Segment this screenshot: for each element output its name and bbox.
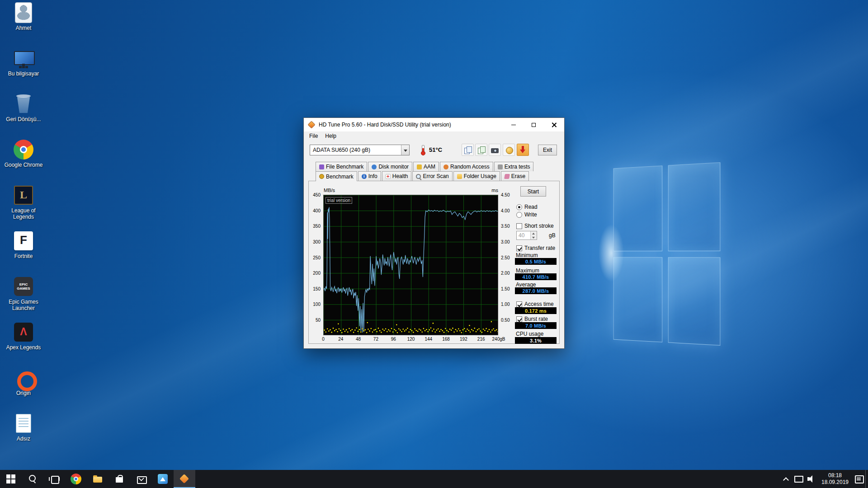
- maximum-value: 410.7 MB/s: [515, 273, 557, 280]
- transfer-rate-checkbox[interactable]: [516, 245, 522, 251]
- spin-up-icon[interactable]: [531, 231, 537, 235]
- taskbar-file-explorer-icon[interactable]: [87, 470, 108, 488]
- short-stroke-checkbox[interactable]: [516, 223, 522, 229]
- screenshot-button[interactable]: [489, 144, 501, 156]
- desktop-icon-fortnite[interactable]: Fortnite: [2, 230, 45, 276]
- benchmark-icon: [319, 174, 324, 179]
- close-button[interactable]: [544, 118, 564, 131]
- menu-help[interactable]: Help: [321, 131, 340, 141]
- tab-benchmark[interactable]: Benchmark: [316, 171, 357, 181]
- info-icon: [362, 174, 367, 179]
- tab-extra-tests[interactable]: Extra tests: [494, 162, 534, 171]
- exit-button[interactable]: Exit: [538, 145, 557, 155]
- copy-to-clipboard-button[interactable]: [462, 144, 474, 156]
- tab-row-upper: File Benchmark Disk monitor AAM Random A…: [316, 162, 533, 171]
- x-axis-ticks: 024487296120144168192216240gB: [323, 337, 499, 342]
- minimize-button[interactable]: [503, 118, 524, 131]
- access-time-checkbox[interactable]: [516, 301, 522, 307]
- file-benchmark-icon: [319, 164, 324, 169]
- trial-version-watermark: trial version: [326, 197, 352, 204]
- burst-rate-checkbox[interactable]: [516, 316, 522, 322]
- action-center-icon[interactable]: [853, 470, 865, 488]
- user-icon: [15, 2, 32, 23]
- update-button[interactable]: [517, 144, 529, 156]
- taskbar-photos-icon[interactable]: [152, 470, 174, 488]
- desktop-icon-recycle-bin[interactable]: Geri Dönüşü...: [2, 93, 45, 139]
- hdtune-window: HD Tune Pro 5.60 - Hard Disk/SSD Utility…: [303, 117, 565, 349]
- window-title: HD Tune Pro 5.60 - Hard Disk/SSD Utility…: [319, 118, 451, 131]
- window-controls: [503, 118, 564, 131]
- erase-icon: [504, 174, 510, 179]
- y-axis-right-ticks: 4.504.003.503.002.502.001.501.000.50: [500, 195, 516, 320]
- title-bar[interactable]: HD Tune Pro 5.60 - Hard Disk/SSD Utility…: [304, 118, 564, 131]
- taskbar-hdtune-icon[interactable]: [174, 470, 195, 488]
- tab-disk-monitor[interactable]: Disk monitor: [368, 162, 412, 171]
- read-radio[interactable]: [516, 204, 522, 210]
- taskbar-store-icon[interactable]: [108, 470, 130, 488]
- short-stroke-size-input[interactable]: 40: [516, 231, 537, 240]
- short-stroke-option: Short stroke: [516, 223, 554, 229]
- tab-info[interactable]: Info: [358, 171, 381, 181]
- health-icon: [386, 174, 391, 179]
- error-scan-icon: [416, 174, 421, 179]
- desktop-icon-chrome[interactable]: Google Chrome: [2, 139, 45, 184]
- desktop-icon-apex-legends[interactable]: Apex Legends: [2, 321, 45, 367]
- options-button[interactable]: [503, 144, 515, 156]
- maximize-button[interactable]: [524, 118, 544, 131]
- short-stroke-size-value: 40: [517, 231, 530, 239]
- tab-error-scan[interactable]: Error Scan: [412, 171, 452, 181]
- taskbar-chrome-icon[interactable]: [65, 470, 87, 488]
- toolbar: ADATA SU650 (240 gB) 51°C Exit: [304, 141, 564, 159]
- menu-file[interactable]: File: [306, 131, 321, 141]
- task-view-button[interactable]: [43, 470, 65, 488]
- access-time-option: Access time: [516, 301, 554, 307]
- tab-erase[interactable]: Erase: [501, 171, 529, 181]
- taskbar-clock[interactable]: 08:18 18.09.2019: [817, 472, 853, 486]
- download-arrow-icon: [517, 144, 528, 155]
- desktop-icon-epic-games-launcher[interactable]: Epic Games Launcher: [2, 276, 45, 321]
- origin-icon: [13, 367, 34, 389]
- desktop-icon-list: Ahmet Bu bilgisayar Geri Dönüşü... Googl…: [2, 2, 45, 458]
- tab-file-benchmark[interactable]: File Benchmark: [316, 162, 367, 171]
- read-label: Read: [524, 204, 538, 210]
- extra-tests-icon: [498, 164, 503, 169]
- folder-usage-icon: [457, 174, 462, 179]
- volume-icon[interactable]: [805, 470, 817, 488]
- cpu-usage-value: 3.1%: [515, 337, 557, 344]
- taskbar-mail-icon[interactable]: [130, 470, 152, 488]
- write-radio[interactable]: [516, 212, 522, 218]
- desktop-icon-league-of-legends[interactable]: League of Legends: [2, 184, 45, 230]
- desktop-icon-this-pc[interactable]: Bu bilgisayar: [2, 47, 45, 93]
- taskbar-items: [0, 470, 868, 488]
- start-benchmark-button[interactable]: Start: [520, 186, 546, 197]
- temperature-value: 51°C: [429, 146, 442, 153]
- search-button[interactable]: [22, 470, 43, 488]
- transfer-rate-option: Transfer rate: [516, 245, 555, 251]
- burst-rate-option: Burst rate: [516, 316, 548, 322]
- access-time-value: 0.172 ms: [515, 307, 557, 314]
- gb-unit-label: gB: [549, 232, 556, 239]
- desktop-icon-ahmet[interactable]: Ahmet: [2, 2, 45, 47]
- tab-health[interactable]: Health: [382, 171, 412, 181]
- tab-random-access[interactable]: Random Access: [440, 162, 493, 171]
- tab-aam[interactable]: AAM: [413, 162, 439, 171]
- start-button[interactable]: [0, 470, 22, 488]
- league-of-legends-icon: [14, 186, 33, 205]
- transfer-rate-label: Transfer rate: [524, 245, 555, 251]
- y-axis-right-label: ms: [485, 188, 498, 193]
- save-screenshot-button[interactable]: [475, 144, 487, 156]
- desktop: Ahmet Bu bilgisayar Geri Dönüşü... Googl…: [0, 0, 868, 488]
- burst-rate-value: 7.0 MB/s: [515, 322, 557, 329]
- tab-folder-usage[interactable]: Folder Usage: [453, 171, 500, 181]
- random-access-icon: [443, 164, 448, 169]
- tab-row-lower: Benchmark Info Health Error Scan Folder …: [316, 171, 529, 181]
- desktop-icon-origin[interactable]: Origin: [2, 367, 45, 413]
- disk-monitor-icon: [372, 164, 377, 169]
- chevron-down-icon[interactable]: [401, 145, 409, 155]
- desktop-icon-adsiz[interactable]: Adsız: [2, 413, 45, 458]
- spin-down-icon[interactable]: [531, 235, 537, 239]
- drive-select[interactable]: ADATA SU650 (240 gB): [310, 145, 410, 155]
- show-desktop-button[interactable]: [865, 470, 868, 488]
- hidden-icons-chevron-icon[interactable]: [779, 470, 792, 488]
- network-icon[interactable]: [792, 470, 805, 488]
